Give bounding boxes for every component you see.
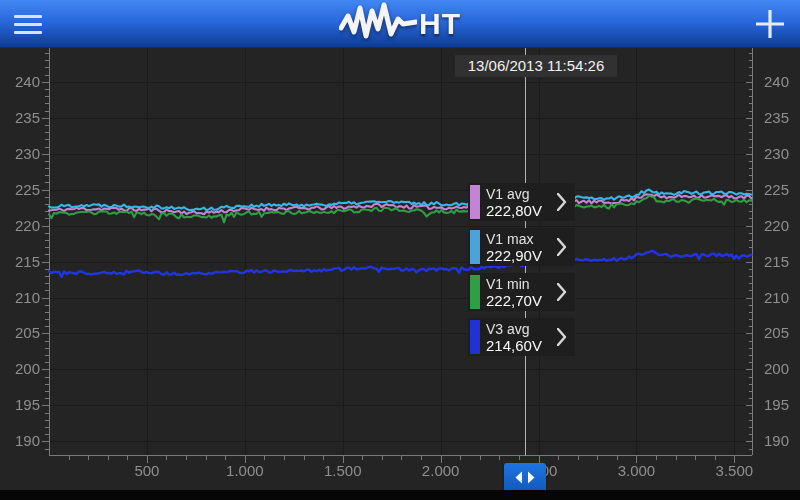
series-value: 214,60V — [486, 337, 542, 354]
cursor-tooltip: 13/06/2013 11:54:26 — [455, 55, 617, 77]
series-color-swatch — [470, 185, 480, 219]
chart-canvas[interactable] — [0, 0, 800, 500]
ht-logo: HT — [339, 2, 461, 46]
legend-item-v1-avg[interactable]: V1 avg 222,80V — [468, 183, 575, 221]
plus-icon — [754, 8, 786, 40]
chevron-right-icon — [557, 328, 567, 350]
pan-left-right-icon — [514, 470, 536, 488]
chevron-right-icon — [557, 193, 567, 215]
legend-item-v1-max[interactable]: V1 max 222,90V — [468, 228, 575, 266]
series-name: V1 max — [486, 231, 542, 247]
legend-item-v3-avg[interactable]: V3 avg 214,60V — [468, 318, 575, 356]
logo-text: HT — [419, 2, 461, 46]
add-button[interactable] — [750, 6, 790, 42]
menu-button[interactable] — [8, 6, 50, 42]
chevron-right-icon — [557, 283, 567, 305]
series-name: V1 min — [486, 276, 542, 292]
series-value: 222,70V — [486, 292, 542, 309]
series-color-swatch — [470, 230, 480, 264]
waveform-icon — [339, 2, 417, 46]
series-value: 222,90V — [486, 247, 542, 264]
top-app-bar: HT — [0, 0, 800, 48]
series-value: 222,80V — [486, 202, 542, 219]
bottom-bar — [0, 490, 800, 500]
series-name: V1 avg — [486, 186, 542, 202]
chart-legend: V1 avg 222,80V V1 max 222,90V V1 min 222… — [468, 183, 575, 363]
chevron-right-icon — [557, 238, 567, 260]
series-name: V3 avg — [486, 321, 542, 337]
legend-item-v1-min[interactable]: V1 min 222,70V — [468, 273, 575, 311]
series-color-swatch — [470, 320, 480, 354]
series-color-swatch — [470, 275, 480, 309]
